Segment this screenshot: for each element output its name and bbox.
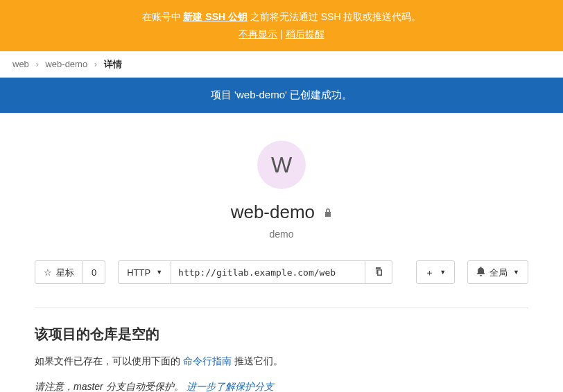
ssh-banner-sep: | — [277, 28, 285, 39]
plus-icon: ＋ — [425, 267, 434, 278]
breadcrumb-project[interactable]: web-demo — [45, 59, 87, 69]
caret-down-icon: ▼ — [513, 269, 519, 276]
star-icon: ☆ — [44, 267, 52, 278]
empty-note: 请注意，master 分支自动受保护。 进一步了解保护分支 — [35, 379, 528, 392]
copy-url-button[interactable] — [365, 260, 392, 284]
cli-guide-link[interactable]: 命令行指南 — [183, 355, 232, 366]
star-label: 星标 — [56, 267, 74, 278]
star-count: 0 — [92, 267, 96, 278]
ssh-banner-suffix: 之前将无法通过 SSH 拉取或推送代码。 — [250, 11, 422, 22]
caret-down-icon: ▼ — [440, 269, 446, 276]
breadcrumb: web › web-demo › 详情 — [0, 51, 563, 78]
protected-branch-link[interactable]: 进一步了解保护分支 — [187, 381, 274, 392]
breadcrumb-sep-icon: › — [35, 59, 38, 69]
flash-success: 项目 'web-demo' 已创建成功。 — [0, 78, 563, 113]
dont-show-again-link[interactable]: 不再显示 — [239, 28, 277, 39]
project-avatar: W — [257, 141, 306, 189]
notification-dropdown-button[interactable]: 全局 ▼ — [467, 260, 528, 284]
caret-down-icon: ▼ — [156, 269, 162, 276]
empty-repo-section: 该项目的仓库是空的 如果文件已存在，可以使用下面的 命令行指南 推送它们。 请注… — [0, 301, 563, 392]
divider — [35, 308, 528, 308]
breadcrumb-sep-icon: › — [94, 59, 97, 69]
empty-instructions: 如果文件已存在，可以使用下面的 命令行指南 推送它们。 — [35, 353, 528, 368]
clone-protocol-dropdown[interactable]: HTTP ▼ — [118, 260, 171, 284]
clone-url-input[interactable] — [171, 260, 365, 284]
ssh-banner-prefix: 在账号中 — [142, 11, 181, 22]
project-actions: ☆ 星标 0 HTTP ▼ ＋ ▼ 全局 ▼ — [0, 253, 563, 301]
flash-message: 项目 'web-demo' 已创建成功。 — [211, 89, 352, 100]
empty-heading: 该项目的仓库是空的 — [35, 325, 528, 344]
create-ssh-key-link[interactable]: 新建 SSH 公钥 — [183, 11, 248, 22]
notification-label: 全局 — [490, 267, 508, 278]
add-dropdown-button[interactable]: ＋ ▼ — [416, 260, 455, 284]
project-header: W web-demo demo — [0, 113, 563, 253]
protocol-label: HTTP — [127, 267, 150, 278]
star-count-button[interactable]: 0 — [83, 260, 105, 284]
avatar-letter: W — [271, 152, 292, 178]
star-button[interactable]: ☆ 星标 — [35, 260, 83, 284]
remind-later-link[interactable]: 稍后提醒 — [286, 28, 324, 39]
breadcrumb-current: 详情 — [104, 59, 122, 69]
ssh-key-banner: 在账号中 新建 SSH 公钥 之前将无法通过 SSH 拉取或推送代码。 不再显示… — [0, 0, 563, 51]
breadcrumb-group[interactable]: web — [12, 59, 29, 69]
lock-icon — [324, 208, 332, 220]
project-name: web-demo — [14, 202, 549, 223]
bell-icon — [476, 267, 485, 279]
copy-icon — [374, 267, 383, 279]
project-description: demo — [14, 229, 549, 240]
